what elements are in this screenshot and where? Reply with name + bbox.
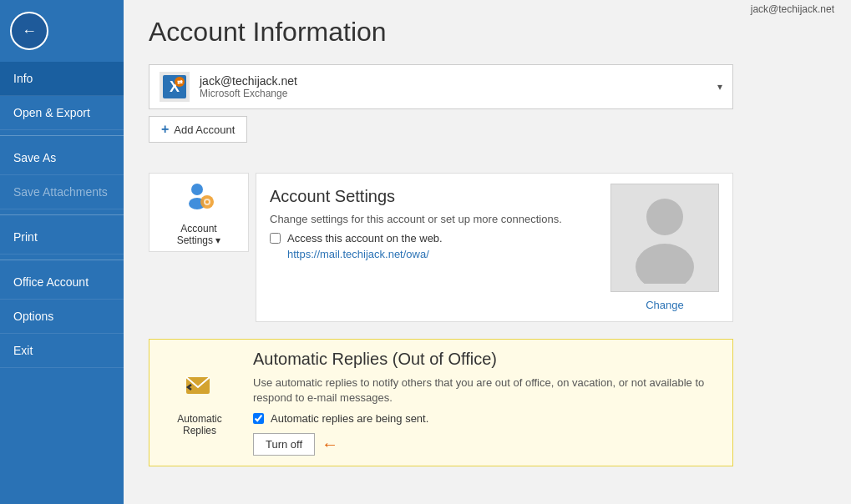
auto-reply-checkbox[interactable]	[253, 413, 264, 424]
account-email: jack@techijack.net	[200, 74, 717, 88]
account-settings-icon	[182, 179, 215, 218]
sidebar-item-options[interactable]: Options	[0, 300, 124, 334]
sidebar: ← Info Open & Export Save As Save Attach…	[0, 0, 124, 504]
auto-reply-section: AutomaticReplies Automatic Replies (Out …	[149, 339, 733, 466]
avatar-box	[610, 184, 719, 292]
content-inner: Account Information X ⇄ jack@techijack.n…	[124, 0, 851, 483]
sidebar-item-save-attachments: Save Attachments	[0, 175, 124, 209]
add-account-label: Add Account	[174, 123, 235, 136]
change-avatar-link[interactable]: Change	[646, 299, 684, 311]
auto-reply-icon	[183, 369, 216, 408]
account-info: jack@techijack.net Microsoft Exchange	[200, 74, 717, 99]
owa-access-row: Access this account on the web.	[270, 232, 597, 244]
svg-point-4	[191, 184, 203, 195]
owa-access-label: Access this account on the web.	[287, 232, 443, 244]
avatar-area: Change	[610, 184, 719, 311]
sidebar-item-exit[interactable]: Exit	[0, 334, 124, 368]
auto-reply-card[interactable]: AutomaticReplies	[149, 340, 250, 466]
sidebar-item-info[interactable]: Info	[0, 62, 124, 96]
auto-reply-status-label: Automatic replies are being sent.	[271, 412, 428, 425]
account-icon: X ⇄	[160, 72, 190, 102]
sidebar-item-print[interactable]: Print	[0, 220, 124, 255]
svg-text:⇄: ⇄	[177, 78, 183, 86]
sidebar-separator-3	[0, 260, 124, 260]
dropdown-arrow-icon: ▾	[717, 81, 722, 93]
add-icon: +	[161, 122, 169, 137]
exchange-icon: X ⇄	[161, 73, 188, 100]
auto-reply-info: Automatic Replies (Out of Office) Use au…	[250, 340, 732, 466]
add-account-button[interactable]: + Add Account	[149, 116, 247, 143]
account-settings-card[interactable]: AccountSettings ▾	[149, 173, 249, 252]
main-content: jack@techijack.net Account Information X…	[124, 0, 851, 504]
turn-off-row: Turn off ←	[253, 433, 726, 456]
account-settings-section: AccountSettings ▾ Account Settings Chang…	[149, 173, 733, 322]
arrow-indicator-icon: ←	[322, 435, 338, 454]
avatar-person-icon	[627, 192, 702, 284]
page-title: Account Information	[149, 17, 826, 48]
topbar-email: jack@techijack.net	[751, 0, 834, 18]
svg-point-9	[646, 199, 683, 235]
svg-point-10	[636, 244, 694, 284]
sidebar-item-office-account[interactable]: Office Account	[0, 265, 124, 300]
account-type: Microsoft Exchange	[200, 88, 717, 99]
auto-reply-checkbox-row: Automatic replies are being sent.	[253, 412, 726, 425]
owa-access-checkbox[interactable]	[270, 233, 281, 244]
owa-link[interactable]: https://mail.techijack.net/owa/	[287, 248, 597, 260]
auto-reply-title: Automatic Replies (Out of Office)	[253, 350, 726, 369]
turn-off-button[interactable]: Turn off	[253, 433, 315, 456]
sidebar-item-save-as[interactable]: Save As	[0, 141, 124, 175]
auto-reply-description: Use automatic replies to notify others t…	[253, 375, 726, 406]
auto-reply-card-label: AutomaticReplies	[177, 413, 221, 436]
svg-point-8	[205, 200, 209, 204]
back-button[interactable]: ←	[10, 12, 48, 50]
account-settings-description: Change settings for this account or set …	[270, 213, 597, 225]
account-settings-title: Account Settings	[270, 187, 597, 206]
account-selector[interactable]: X ⇄ jack@techijack.net Microsoft Exchang…	[149, 64, 733, 109]
sidebar-nav: Info Open & Export Save As Save Attachme…	[0, 62, 124, 368]
account-settings-info: Account Settings Change settings for thi…	[270, 184, 597, 311]
account-settings-card-label: AccountSettings ▾	[177, 223, 221, 246]
sidebar-item-open-export[interactable]: Open & Export	[0, 96, 124, 130]
sidebar-separator-2	[0, 214, 124, 215]
sidebar-separator-1	[0, 135, 124, 136]
